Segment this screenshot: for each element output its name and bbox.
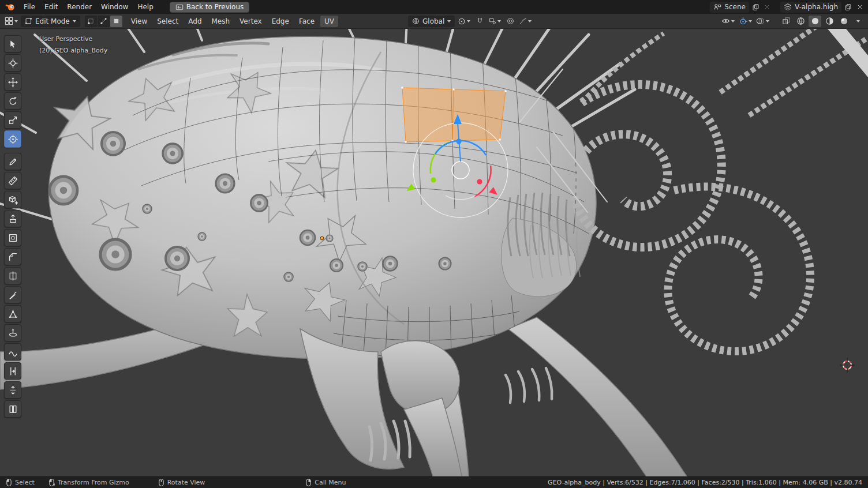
annotate-pen-icon [8,157,18,167]
menu-uv[interactable]: UV [320,16,338,27]
xray-toggle-button[interactable] [780,16,792,27]
show-gizmo-button[interactable] [738,16,753,27]
proportional-editing-icon [507,17,514,25]
statusbar: Select Transform From Gizmo Rotate View … [0,476,868,488]
toolbar [4,35,21,418]
tool-cursor-button[interactable] [4,54,21,72]
tool-poly-build-button[interactable] [4,305,21,322]
tool-inset-faces-button[interactable] [4,229,21,246]
proportional-editing-button[interactable] [504,16,517,27]
chevron-down-icon [447,20,451,22]
pivot-point-button[interactable] [457,16,472,27]
tool-loop-cut-button[interactable] [4,267,21,284]
tool-add-cube-button[interactable] [4,191,21,208]
viewport-canvas[interactable] [0,29,868,476]
show-overlays-button[interactable] [755,16,770,27]
mode-selector-value: Edit Mode [35,17,70,25]
tool-edge-slide-button[interactable] [4,362,21,380]
tool-transform-button[interactable] [4,130,21,148]
mode-selector[interactable]: Edit Mode [21,16,80,27]
tool-select-box-button[interactable] [4,35,21,52]
menu-render[interactable]: Render [62,1,96,13]
object-origin-dot [320,237,324,240]
menu-help[interactable]: Help [133,1,158,13]
scene-unlink-button[interactable] [762,2,772,12]
viewport-overlay-text: User Perspective (20) GEO-alpha_Body [39,33,107,57]
gizmo-move-x[interactable] [477,179,482,185]
scene-new-button[interactable] [751,2,761,12]
inset-faces-icon [8,233,18,243]
scene-selector[interactable]: Scene [710,2,749,13]
menu-select[interactable]: Select [153,16,182,27]
snap-toggle-button[interactable] [473,16,486,27]
magnet-icon [476,17,484,25]
globe-icon [412,17,420,25]
mouse-left-drag-icon [48,478,55,487]
blender-logo-icon[interactable] [5,1,16,13]
menu-edit[interactable]: Edit [40,1,62,13]
xray-icon [782,17,791,25]
shading-rendered-button[interactable] [837,16,850,27]
tool-rip-region-button[interactable] [4,400,21,418]
tool-measure-button[interactable] [4,172,21,189]
gizmo-move-y[interactable] [431,178,436,183]
object-visibility-button[interactable] [720,16,736,27]
mouse-right-icon [305,478,312,487]
mouse-middle-icon [158,478,164,487]
tool-rotate-button[interactable] [4,92,21,110]
rip-region-icon [8,404,18,414]
solid-sphere-icon [811,17,820,25]
viewport-header: Edit Mode [0,14,868,29]
chevron-down-icon [528,20,532,22]
vertex-select-button[interactable] [85,16,97,27]
tool-shrink-fatten-button[interactable] [4,381,21,399]
tool-extrude-region-button[interactable] [4,210,21,227]
back-icon [175,3,184,11]
menu-add[interactable]: Add [184,16,205,27]
edge-select-button[interactable] [98,16,110,27]
shading-material-button[interactable] [823,16,836,27]
snap-settings-button[interactable] [488,16,502,27]
select-mode-group [85,16,122,27]
tool-knife-button[interactable] [4,286,21,303]
tool-scale-button[interactable] [4,111,21,129]
menu-vertex[interactable]: Vertex [235,16,266,27]
wireframe-sphere-icon [796,17,805,25]
pivot-point-icon [458,17,466,25]
chevron-down-icon [749,20,752,22]
duplicate-icon [752,3,760,11]
view-layer-icon [784,3,792,11]
face-select-button[interactable] [110,16,122,27]
view-layer-remove-button[interactable] [855,2,865,12]
view-layer-selector[interactable]: V-alpha.high [780,2,841,13]
add-cube-icon [8,195,18,205]
menu-edge[interactable]: Edge [268,16,293,27]
editor-type-button[interactable] [3,16,19,27]
rotate-icon [8,96,18,106]
view-layer-new-button[interactable] [843,2,853,12]
hint-transform-label: Transform From Gizmo [58,479,129,486]
back-to-previous-button[interactable]: Back to Previous [170,2,250,13]
tool-move-button[interactable] [4,73,21,91]
proportional-falloff-button[interactable] [518,16,533,27]
menu-mesh[interactable]: Mesh [208,16,234,27]
shading-options-button[interactable] [852,16,865,27]
tool-bevel-button[interactable] [4,248,21,265]
shading-wireframe-button[interactable] [794,16,807,27]
duplicate-icon [844,3,852,11]
gizmo-icon [739,17,747,25]
orientation-value: Global [422,17,444,25]
vertex-select-icon [87,17,95,25]
menu-face[interactable]: Face [295,16,319,27]
tool-spin-button[interactable] [4,324,21,341]
tool-annotate-button[interactable] [4,153,21,170]
orientation-selector[interactable]: Global [408,16,455,27]
knife-icon [8,290,18,300]
menu-view[interactable]: View [127,16,151,27]
bevel-icon [8,252,18,262]
menu-file[interactable]: File [19,1,40,13]
menu-window[interactable]: Window [96,1,133,13]
shading-solid-button[interactable] [809,16,821,27]
tool-smooth-button[interactable] [4,343,21,361]
shrink-fatten-icon [8,385,18,395]
